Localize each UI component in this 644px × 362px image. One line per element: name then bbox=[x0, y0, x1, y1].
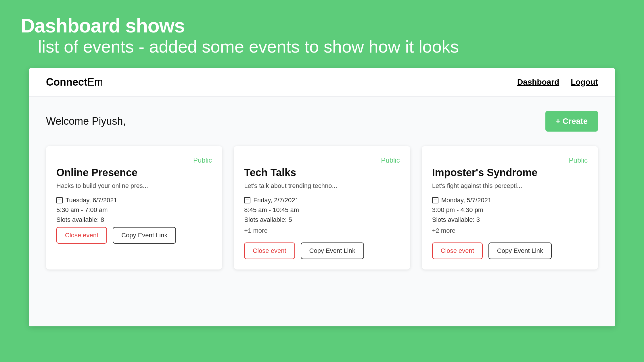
event-card-3: Public Imposter's Syndrome Let's fight a… bbox=[422, 146, 598, 269]
event-slots: Slots available: 5 bbox=[244, 216, 400, 224]
dashboard-header: Welcome Piyush, + Create bbox=[46, 111, 598, 132]
event-badge: Public bbox=[432, 156, 588, 164]
main-content: Welcome Piyush, + Create Public Online P… bbox=[29, 97, 615, 326]
event-actions: Close event Copy Event Link bbox=[56, 227, 212, 244]
event-badge: Public bbox=[244, 156, 400, 164]
event-actions: Close event Copy Event Link bbox=[244, 242, 400, 259]
event-more: +1 more bbox=[244, 227, 400, 234]
event-description: Hacks to build your online pres... bbox=[56, 182, 212, 190]
brand-connect: Connect bbox=[46, 76, 87, 88]
close-event-button[interactable]: Close event bbox=[244, 242, 295, 259]
close-event-button[interactable]: Close event bbox=[432, 242, 483, 259]
annotation-title: Dashboard shows bbox=[21, 14, 623, 37]
event-badge: Public bbox=[56, 156, 212, 164]
navbar-links: Dashboard Logout bbox=[517, 78, 598, 87]
calendar-icon bbox=[244, 197, 250, 203]
event-time: 8:45 am - 10:45 am bbox=[244, 206, 400, 214]
event-date: Friday, 2/7/2021 bbox=[244, 197, 400, 204]
copy-link-button[interactable]: Copy Event Link bbox=[113, 227, 176, 244]
event-actions: Close event Copy Event Link bbox=[432, 242, 588, 259]
brand-logo: ConnectEm bbox=[46, 76, 103, 88]
welcome-text: Welcome Piyush, bbox=[46, 115, 126, 127]
copy-link-button[interactable]: Copy Event Link bbox=[301, 242, 364, 259]
nav-dashboard[interactable]: Dashboard bbox=[517, 78, 559, 87]
close-event-button[interactable]: Close event bbox=[56, 227, 107, 244]
event-card-1: Public Online Presence Hacks to build yo… bbox=[46, 146, 222, 269]
event-time: 3:00 pm - 4:30 pm bbox=[432, 206, 588, 214]
calendar-icon bbox=[56, 197, 63, 203]
calendar-icon bbox=[432, 197, 438, 203]
copy-link-button[interactable]: Copy Event Link bbox=[488, 242, 552, 259]
event-date: Tuesday, 6/7/2021 bbox=[56, 197, 212, 204]
app-container: ConnectEm Dashboard Logout Welcome Piyus… bbox=[29, 68, 615, 326]
event-title: Tech Talks bbox=[244, 167, 400, 179]
event-description: Let's fight against this percepti... bbox=[432, 182, 588, 190]
event-time: 5:30 am - 7:00 am bbox=[56, 206, 212, 214]
create-button[interactable]: + Create bbox=[545, 111, 598, 132]
event-more: +2 more bbox=[432, 227, 588, 234]
event-title: Online Presence bbox=[56, 167, 212, 179]
event-card-2: Public Tech Talks Let's talk about trend… bbox=[234, 146, 410, 269]
event-description: Let's talk about trending techno... bbox=[244, 182, 400, 190]
annotation-block: Dashboard shows list of events - added s… bbox=[0, 0, 644, 59]
navbar: ConnectEm Dashboard Logout bbox=[29, 68, 615, 97]
event-slots: Slots available: 8 bbox=[56, 216, 212, 224]
event-slots: Slots available: 3 bbox=[432, 216, 588, 224]
events-grid: Public Online Presence Hacks to build yo… bbox=[46, 146, 598, 269]
nav-logout[interactable]: Logout bbox=[571, 78, 598, 87]
brand-em: Em bbox=[87, 76, 103, 88]
annotation-subtitle: list of events - added some events to sh… bbox=[21, 37, 623, 57]
event-title: Imposter's Syndrome bbox=[432, 167, 588, 179]
event-date: Monday, 5/7/2021 bbox=[432, 197, 588, 204]
